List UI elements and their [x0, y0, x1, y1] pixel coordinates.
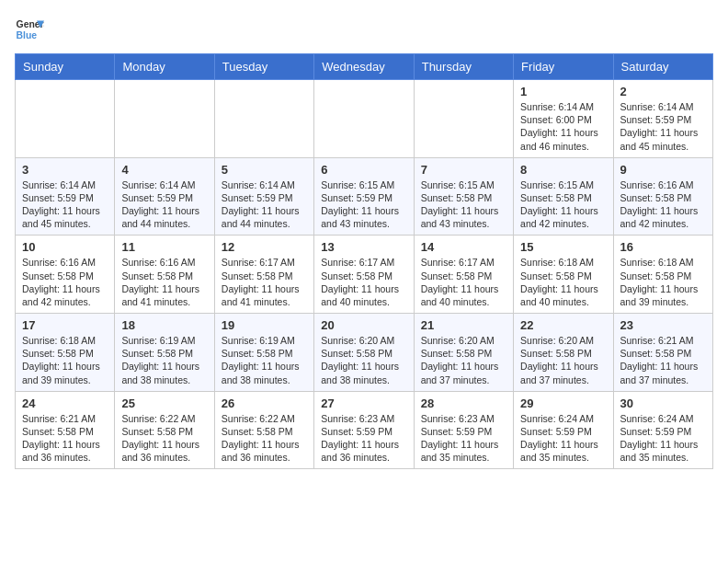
calendar-cell: 29Sunrise: 6:24 AM Sunset: 5:59 PM Dayli…: [514, 391, 613, 469]
day-info: Sunrise: 6:14 AM Sunset: 5:59 PM Dayligh…: [222, 178, 307, 231]
calendar-cell: 25Sunrise: 6:22 AM Sunset: 5:58 PM Dayli…: [115, 391, 214, 469]
day-number: 5: [222, 163, 307, 177]
day-number: 18: [121, 318, 207, 332]
day-number: 26: [222, 396, 307, 410]
day-info: Sunrise: 6:15 AM Sunset: 5:58 PM Dayligh…: [421, 178, 506, 231]
calendar-cell: 4Sunrise: 6:14 AM Sunset: 5:59 PM Daylig…: [115, 157, 214, 236]
day-info: Sunrise: 6:15 AM Sunset: 5:59 PM Dayligh…: [321, 178, 406, 231]
calendar-week-row: 1Sunrise: 6:14 AM Sunset: 6:00 PM Daylig…: [16, 80, 713, 158]
day-number: 21: [421, 318, 506, 332]
day-info: Sunrise: 6:20 AM Sunset: 5:58 PM Dayligh…: [421, 334, 506, 386]
col-header-sunday: Sunday: [16, 54, 115, 80]
day-number: 3: [22, 163, 108, 177]
day-number: 7: [421, 163, 506, 177]
day-number: 30: [620, 396, 706, 410]
calendar-cell: 24Sunrise: 6:21 AM Sunset: 5:58 PM Dayli…: [16, 391, 115, 469]
day-number: 9: [620, 163, 706, 177]
calendar-cell: 22Sunrise: 6:20 AM Sunset: 5:58 PM Dayli…: [514, 314, 613, 392]
calendar-cell: [414, 80, 513, 158]
calendar-cell: 13Sunrise: 6:17 AM Sunset: 5:58 PM Dayli…: [314, 236, 414, 314]
calendar-cell: 5Sunrise: 6:14 AM Sunset: 5:59 PM Daylig…: [214, 157, 313, 236]
calendar-week-row: 3Sunrise: 6:14 AM Sunset: 5:59 PM Daylig…: [16, 157, 713, 236]
calendar-cell: 6Sunrise: 6:15 AM Sunset: 5:59 PM Daylig…: [314, 157, 414, 236]
day-info: Sunrise: 6:24 AM Sunset: 5:59 PM Dayligh…: [520, 412, 606, 465]
day-info: Sunrise: 6:16 AM Sunset: 5:58 PM Dayligh…: [620, 178, 706, 231]
day-info: Sunrise: 6:21 AM Sunset: 5:58 PM Dayligh…: [22, 412, 108, 465]
calendar-cell: 1Sunrise: 6:14 AM Sunset: 6:00 PM Daylig…: [514, 80, 613, 158]
calendar-cell: 30Sunrise: 6:24 AM Sunset: 5:59 PM Dayli…: [613, 391, 712, 469]
day-info: Sunrise: 6:17 AM Sunset: 5:58 PM Dayligh…: [222, 256, 307, 308]
day-info: Sunrise: 6:19 AM Sunset: 5:58 PM Dayligh…: [222, 334, 307, 386]
calendar-cell: [214, 80, 313, 158]
calendar-cell: 2Sunrise: 6:14 AM Sunset: 5:59 PM Daylig…: [613, 80, 712, 158]
day-number: 27: [321, 396, 406, 410]
logo-icon: General Blue: [15, 15, 44, 44]
page-header: General Blue: [15, 15, 713, 44]
day-number: 28: [421, 396, 506, 410]
calendar-cell: 18Sunrise: 6:19 AM Sunset: 5:58 PM Dayli…: [115, 314, 214, 392]
calendar-cell: 23Sunrise: 6:21 AM Sunset: 5:58 PM Dayli…: [613, 314, 712, 392]
calendar-cell: 10Sunrise: 6:16 AM Sunset: 5:58 PM Dayli…: [16, 236, 115, 314]
col-header-tuesday: Tuesday: [214, 54, 313, 80]
calendar-cell: 11Sunrise: 6:16 AM Sunset: 5:58 PM Dayli…: [115, 236, 214, 314]
day-info: Sunrise: 6:15 AM Sunset: 5:58 PM Dayligh…: [520, 178, 606, 231]
day-info: Sunrise: 6:19 AM Sunset: 5:58 PM Dayligh…: [121, 334, 207, 386]
calendar-week-row: 24Sunrise: 6:21 AM Sunset: 5:58 PM Dayli…: [16, 391, 713, 469]
col-header-monday: Monday: [115, 54, 214, 80]
day-number: 11: [121, 240, 207, 254]
logo: General Blue: [15, 15, 44, 44]
day-info: Sunrise: 6:18 AM Sunset: 5:58 PM Dayligh…: [22, 334, 108, 386]
day-number: 23: [620, 318, 706, 332]
col-header-wednesday: Wednesday: [314, 54, 414, 80]
calendar-cell: 8Sunrise: 6:15 AM Sunset: 5:58 PM Daylig…: [514, 157, 613, 236]
calendar-cell: 17Sunrise: 6:18 AM Sunset: 5:58 PM Dayli…: [16, 314, 115, 392]
calendar-cell: 16Sunrise: 6:18 AM Sunset: 5:58 PM Dayli…: [613, 236, 712, 314]
day-number: 6: [321, 163, 406, 177]
col-header-saturday: Saturday: [613, 54, 712, 80]
day-info: Sunrise: 6:22 AM Sunset: 5:58 PM Dayligh…: [222, 412, 307, 465]
day-info: Sunrise: 6:14 AM Sunset: 5:59 PM Dayligh…: [121, 178, 207, 231]
day-number: 4: [121, 163, 207, 177]
calendar-cell: 15Sunrise: 6:18 AM Sunset: 5:58 PM Dayli…: [514, 236, 613, 314]
day-number: 20: [321, 318, 406, 332]
day-number: 22: [520, 318, 606, 332]
day-info: Sunrise: 6:14 AM Sunset: 5:59 PM Dayligh…: [620, 100, 706, 153]
day-info: Sunrise: 6:17 AM Sunset: 5:58 PM Dayligh…: [321, 256, 406, 308]
day-number: 13: [321, 240, 406, 254]
day-number: 12: [222, 240, 307, 254]
day-number: 29: [520, 396, 606, 410]
calendar-cell: 28Sunrise: 6:23 AM Sunset: 5:59 PM Dayli…: [414, 391, 513, 469]
calendar-cell: 12Sunrise: 6:17 AM Sunset: 5:58 PM Dayli…: [214, 236, 313, 314]
calendar-table: SundayMondayTuesdayWednesdayThursdayFrid…: [15, 53, 713, 469]
calendar-cell: 7Sunrise: 6:15 AM Sunset: 5:58 PM Daylig…: [414, 157, 513, 236]
day-info: Sunrise: 6:18 AM Sunset: 5:58 PM Dayligh…: [520, 256, 606, 308]
day-number: 10: [22, 240, 108, 254]
day-info: Sunrise: 6:20 AM Sunset: 5:58 PM Dayligh…: [520, 334, 606, 386]
day-info: Sunrise: 6:16 AM Sunset: 5:58 PM Dayligh…: [121, 256, 207, 308]
day-info: Sunrise: 6:23 AM Sunset: 5:59 PM Dayligh…: [321, 412, 406, 465]
calendar-cell: [16, 80, 115, 158]
day-info: Sunrise: 6:20 AM Sunset: 5:58 PM Dayligh…: [321, 334, 406, 386]
day-info: Sunrise: 6:18 AM Sunset: 5:58 PM Dayligh…: [620, 256, 706, 308]
day-info: Sunrise: 6:17 AM Sunset: 5:58 PM Dayligh…: [421, 256, 506, 308]
calendar-cell: 3Sunrise: 6:14 AM Sunset: 5:59 PM Daylig…: [16, 157, 115, 236]
calendar-cell: 19Sunrise: 6:19 AM Sunset: 5:58 PM Dayli…: [214, 314, 313, 392]
calendar-cell: 14Sunrise: 6:17 AM Sunset: 5:58 PM Dayli…: [414, 236, 513, 314]
day-info: Sunrise: 6:22 AM Sunset: 5:58 PM Dayligh…: [121, 412, 207, 465]
svg-text:Blue: Blue: [17, 30, 38, 40]
col-header-friday: Friday: [514, 54, 613, 80]
calendar-cell: 20Sunrise: 6:20 AM Sunset: 5:58 PM Dayli…: [314, 314, 414, 392]
day-info: Sunrise: 6:14 AM Sunset: 5:59 PM Dayligh…: [22, 178, 108, 231]
day-number: 25: [121, 396, 207, 410]
day-info: Sunrise: 6:16 AM Sunset: 5:58 PM Dayligh…: [22, 256, 108, 308]
col-header-thursday: Thursday: [414, 54, 513, 80]
day-info: Sunrise: 6:21 AM Sunset: 5:58 PM Dayligh…: [620, 334, 706, 386]
day-info: Sunrise: 6:23 AM Sunset: 5:59 PM Dayligh…: [421, 412, 506, 465]
calendar-cell: [115, 80, 214, 158]
calendar-cell: 21Sunrise: 6:20 AM Sunset: 5:58 PM Dayli…: [414, 314, 513, 392]
calendar-cell: 9Sunrise: 6:16 AM Sunset: 5:58 PM Daylig…: [613, 157, 712, 236]
calendar-header-row: SundayMondayTuesdayWednesdayThursdayFrid…: [16, 54, 713, 80]
day-number: 17: [22, 318, 108, 332]
day-number: 24: [22, 396, 108, 410]
day-number: 2: [620, 85, 706, 98]
